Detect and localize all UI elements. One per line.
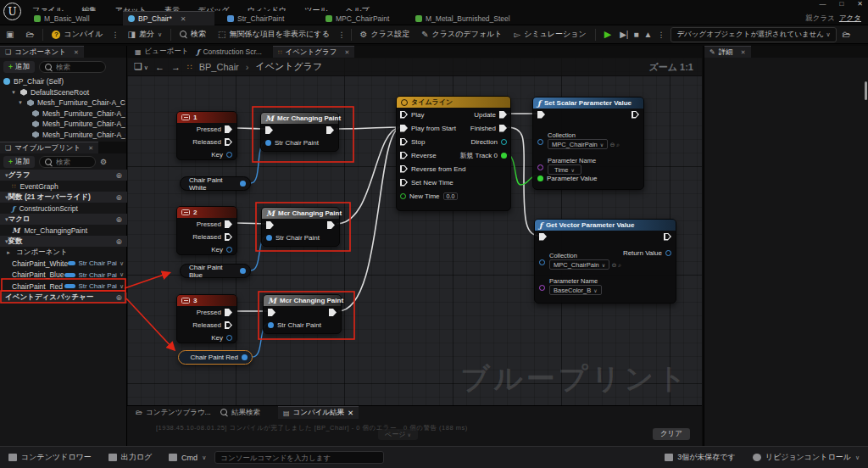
exec-out-pin[interactable] <box>327 221 335 229</box>
diff-button[interactable]: ◨ 差分 ∨ <box>122 25 169 44</box>
class-defaults-button[interactable]: ✎ クラスのデフォルト <box>415 25 508 44</box>
exec-pin-play[interactable] <box>400 111 408 119</box>
close-icon[interactable]: ✕ <box>741 49 746 56</box>
close-tab-icon[interactable]: ✕ <box>181 15 186 23</box>
close-button[interactable]: ✕ <box>857 0 863 8</box>
minimize-button[interactable]: — <box>819 0 826 8</box>
asset-tab-m-basic-wall[interactable]: M_Basic_Wall <box>29 11 95 25</box>
tree-item-mesh-child[interactable]: Mesh_Furniture_Chair-A_Cushic <box>3 119 125 130</box>
section-macros[interactable]: ▾マクロ ⊕ <box>0 214 127 225</box>
parameter-value-pin[interactable] <box>537 176 543 181</box>
tab-my-blueprint[interactable]: ❏ マイブループリント ✕ <box>0 142 98 153</box>
class-settings-button[interactable]: ⚙ クラス設定 <box>354 25 416 44</box>
console-command-input[interactable] <box>214 451 384 464</box>
node-set-scalar-parameter-value[interactable]: ƒSet Scalar Parameter Value Collection M… <box>532 97 644 190</box>
chevron-down-icon[interactable]: ∨ <box>120 260 124 267</box>
exec-out-pin[interactable] <box>329 309 337 316</box>
content-drawer-button[interactable]: コンテンツドロワー <box>0 447 100 468</box>
exec-pin-released[interactable] <box>225 321 232 329</box>
add-function-icon[interactable]: ⊕ <box>115 193 122 202</box>
section-graphs[interactable]: ▾グラフ ⊕ <box>0 170 127 181</box>
new-time-value[interactable]: 0.0 <box>443 192 459 200</box>
node-key-event-3[interactable]: 3 Pressed Released Key <box>176 294 237 343</box>
node-macro-changing-paint-1[interactable]: MMcr Changing Paint Str Chair Paint <box>260 112 339 152</box>
exec-pin-pressed[interactable] <box>225 125 232 133</box>
settings-gear-icon[interactable]: ⚙ <box>100 158 107 166</box>
breadcrumb-root[interactable]: BP_Chair <box>199 62 239 72</box>
exec-pin-reverse-from-end[interactable] <box>400 165 408 173</box>
struct-input-pin[interactable] <box>268 322 274 328</box>
tab-construction-script[interactable]: ƒ Construction Scr... <box>192 46 267 58</box>
play-button[interactable]: ▶ <box>598 25 617 44</box>
hide-unrelated-button[interactable]: ⬚ 無関係な項目を非表示にする <box>212 25 336 44</box>
add-graph-icon[interactable]: ⊕ <box>115 171 122 180</box>
eject-button[interactable]: ▲ <box>642 25 655 44</box>
tab-event-graph[interactable]: ∷ イベントグラフ ✕ <box>273 46 354 58</box>
tab-compile-results[interactable]: ▤ コンパイル結果 ✕ <box>278 406 359 419</box>
add-component-button[interactable]: + 追加 <box>3 61 35 73</box>
play-options-icon[interactable]: ⋮ <box>654 31 667 39</box>
hide-options-icon[interactable]: ⋮ <box>336 31 348 39</box>
exec-pin-finished[interactable] <box>499 125 507 132</box>
item-constructionscript[interactable]: ƒ ConstructionScript <box>0 203 127 214</box>
collection-pin[interactable] <box>537 139 543 145</box>
struct-output-pin[interactable] <box>242 354 248 360</box>
event-graph-canvas[interactable]: ❏ ∨ ← → ∷ BP_Chair › イベントグラフ ズーム 1:1 <box>127 58 702 405</box>
node-var-chair-paint-blue[interactable]: Chair Paint Blue <box>180 264 251 278</box>
node-timeline[interactable]: タイムライン Play Play from Start Stop Reverse… <box>396 96 511 211</box>
exec-out-pin[interactable] <box>664 233 671 241</box>
variable-chairpaint-white[interactable]: ChairPaint_White Str Chair Pai ∨ <box>0 258 127 270</box>
exec-in-pin[interactable] <box>265 126 273 134</box>
exec-pin-update[interactable] <box>499 111 507 119</box>
expand-caret-icon[interactable]: ▾ <box>10 89 17 96</box>
add-variable-icon[interactable]: ⊕ <box>115 237 122 246</box>
struct-input-pin[interactable] <box>266 235 272 241</box>
find-button[interactable]: 検索 <box>174 25 212 44</box>
tab-find-results[interactable]: 結果検索 <box>215 406 265 419</box>
new-time-pin[interactable] <box>400 193 406 199</box>
tab-details[interactable]: ✎ 詳細 ✕ <box>704 46 751 58</box>
close-icon[interactable]: ✕ <box>74 49 79 56</box>
exec-in-pin[interactable] <box>266 221 274 229</box>
add-dispatcher-icon[interactable]: ⊕ <box>115 293 122 302</box>
exec-in-pin[interactable] <box>539 233 547 241</box>
add-macro-icon[interactable]: ⊕ <box>115 215 122 224</box>
parameter-name-dropdown[interactable]: BaseColor_B∨ <box>549 285 602 295</box>
output-log-button[interactable]: 出力ログ <box>100 447 160 468</box>
revision-control-button[interactable]: リビジョンコントロール ∨ <box>744 452 868 463</box>
category-components[interactable]: ▸ コンポーネント <box>0 247 127 258</box>
exec-pin-reverse[interactable] <box>400 152 408 159</box>
key-pin[interactable] <box>226 335 232 341</box>
exec-in-pin[interactable] <box>268 309 275 316</box>
key-pin[interactable] <box>226 247 232 253</box>
tree-item-mesh-child[interactable]: Mesh_Furniture_Chair-A_Cushic <box>3 130 125 141</box>
debug-browse-button[interactable]: 🗁 <box>837 25 857 44</box>
close-icon[interactable]: ✕ <box>348 409 353 417</box>
exec-pin-play-from-start[interactable] <box>400 125 408 132</box>
maximize-button[interactable]: □ <box>839 0 843 8</box>
nav-back-icon[interactable]: ← <box>155 62 164 72</box>
my-blueprint-search[interactable] <box>39 156 96 168</box>
return-value-pin[interactable] <box>665 250 671 256</box>
item-mcr-changingpaint[interactable]: M Mcr_ChangingPaint <box>0 225 127 236</box>
my-blueprint-search-input[interactable] <box>56 158 90 166</box>
components-search[interactable] <box>39 61 106 73</box>
item-eventgraph[interactable]: ∷ EventGraph <box>0 181 127 192</box>
details-scrollbar-thumb[interactable] <box>865 81 867 100</box>
add-blueprint-item-button[interactable]: + 追加 <box>3 156 35 168</box>
exec-pin-released[interactable] <box>225 138 232 146</box>
chevron-down-icon[interactable]: ∨ <box>120 271 124 278</box>
stop-button[interactable]: ■ <box>631 25 641 44</box>
exec-pin-pressed[interactable] <box>225 309 232 316</box>
key-pin[interactable] <box>226 152 232 158</box>
save-button[interactable]: ▣ <box>0 25 19 44</box>
browse-button[interactable]: 🗁 <box>19 25 40 44</box>
tree-item-mesh-child[interactable]: Mesh_Furniture_Chair-A_Cushic <box>3 109 125 120</box>
exec-out-pin[interactable] <box>326 126 334 134</box>
close-icon[interactable]: ✕ <box>344 49 349 56</box>
frame-skip-button[interactable]: ▶| <box>617 25 631 44</box>
struct-input-pin[interactable] <box>265 140 271 146</box>
variable-chairpaint-blue[interactable]: ChairPaint_Blue Str Chair Pai ∨ <box>0 270 127 281</box>
exec-out-pin[interactable] <box>632 111 639 119</box>
tab-components[interactable]: ❏ コンポーネント ✕ <box>0 46 84 58</box>
